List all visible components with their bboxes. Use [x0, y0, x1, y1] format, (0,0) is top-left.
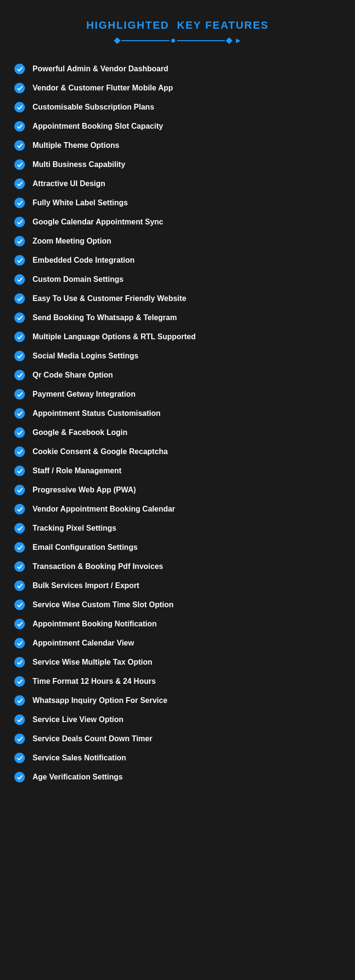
check-icon — [14, 466, 25, 476]
check-icon — [14, 64, 25, 74]
check-icon — [14, 580, 25, 591]
diamond-left-icon — [114, 37, 121, 44]
feature-label: Appointment Status Customisation — [33, 409, 161, 418]
check-icon — [14, 312, 25, 323]
list-item: Vendor Appointment Booking Calendar — [14, 500, 341, 519]
feature-label: Send Booking To Whatsapp & Telegram — [33, 313, 177, 322]
feature-label: Staff / Role Management — [33, 467, 122, 475]
feature-label: Google Calendar Appointment Sync — [33, 218, 163, 226]
check-icon — [14, 102, 25, 112]
feature-label: Bulk Services Import / Export — [33, 581, 139, 590]
feature-label: Service Deals Count Down Timer — [33, 735, 152, 743]
feature-label: Tracking Pixel Settings — [33, 524, 116, 533]
list-item: Service Deals Count Down Timer — [14, 729, 341, 748]
list-item: Multi Business Capability — [14, 155, 341, 174]
list-item: Service Sales Notification — [14, 748, 341, 768]
features-list: Powerful Admin & Vendor Dashboard Vendor… — [14, 59, 341, 787]
list-item: Qr Code Share Option — [14, 366, 341, 385]
list-item: Multiple Theme Options — [14, 136, 341, 155]
check-icon — [14, 446, 25, 457]
feature-label: Multiple Language Options & RTL Supporte… — [33, 333, 196, 341]
feature-label: Time Format 12 Hours & 24 Hours — [33, 677, 156, 686]
check-icon — [14, 178, 25, 189]
divider-line-left — [122, 40, 169, 41]
check-icon — [14, 734, 25, 744]
check-icon — [14, 389, 25, 400]
check-icon — [14, 255, 25, 266]
list-item: Appointment Booking Notification — [14, 614, 341, 634]
list-item: Bulk Services Import / Export — [14, 576, 341, 595]
feature-label: Powerful Admin & Vendor Dashboard — [33, 65, 168, 73]
list-item: Time Format 12 Hours & 24 Hours — [14, 672, 341, 691]
feature-label: Embedded Code Integration — [33, 256, 134, 265]
list-item: Powerful Admin & Vendor Dashboard — [14, 59, 341, 78]
list-item: Service Live View Option — [14, 710, 341, 729]
list-item: Google & Facebook Login — [14, 423, 341, 442]
list-item: Staff / Role Management — [14, 461, 341, 480]
feature-label: Appointment Booking Notification — [33, 620, 157, 628]
check-icon — [14, 408, 25, 419]
check-icon — [14, 83, 25, 93]
header-divider: ► — [14, 36, 341, 45]
check-icon — [14, 753, 25, 763]
check-icon — [14, 676, 25, 687]
check-icon — [14, 504, 25, 514]
feature-label: Whatsapp Inquiry Option For Service — [33, 696, 167, 705]
list-item: Appointment Status Customisation — [14, 404, 341, 423]
check-icon — [14, 561, 25, 572]
check-icon — [14, 140, 25, 151]
list-item: Send Booking To Whatsapp & Telegram — [14, 308, 341, 327]
list-item: Zoom Meeting Option — [14, 232, 341, 251]
list-item: Cookie Consent & Google Recaptcha — [14, 442, 341, 461]
check-icon — [14, 159, 25, 170]
arrow-right-icon: ► — [234, 36, 242, 45]
check-icon — [14, 714, 25, 725]
list-item: Customisable Subscription Plans — [14, 98, 341, 117]
list-item: Appointment Calendar View — [14, 634, 341, 653]
feature-label: Service Wise Multiple Tax Option — [33, 658, 152, 667]
check-icon — [14, 121, 25, 132]
check-icon — [14, 600, 25, 610]
feature-label: Service Live View Option — [33, 715, 123, 724]
check-icon — [14, 217, 25, 227]
check-icon — [14, 274, 25, 285]
title-blue: KEY FEATURES — [177, 19, 269, 31]
feature-label: Appointment Booking Slot Capacity — [33, 122, 163, 131]
list-item: Multiple Language Options & RTL Supporte… — [14, 327, 341, 346]
feature-label: Age Verification Settings — [33, 773, 122, 781]
check-icon — [14, 485, 25, 495]
check-icon — [14, 351, 25, 361]
feature-label: Email Configuration Settings — [33, 543, 138, 552]
circle-center-icon — [171, 39, 175, 43]
list-item: Service Wise Multiple Tax Option — [14, 653, 341, 672]
list-item: Whatsapp Inquiry Option For Service — [14, 691, 341, 710]
list-item: Age Verification Settings — [14, 768, 341, 787]
feature-label: Google & Facebook Login — [33, 428, 127, 437]
check-icon — [14, 236, 25, 246]
list-item: Fully White Label Settings — [14, 193, 341, 212]
feature-label: Cookie Consent & Google Recaptcha — [33, 447, 168, 456]
feature-label: Progressive Web App (PWA) — [33, 486, 136, 494]
page-header: HIGHLIGHTED KEY FEATURES ► — [14, 19, 341, 45]
feature-label: Zoom Meeting Option — [33, 237, 111, 245]
feature-label: Social Media Logins Settings — [33, 352, 138, 360]
list-item: Progressive Web App (PWA) — [14, 480, 341, 500]
check-icon — [14, 657, 25, 668]
feature-label: Appointment Calendar View — [33, 639, 134, 647]
check-icon — [14, 332, 25, 342]
list-item: Social Media Logins Settings — [14, 346, 341, 366]
check-icon — [14, 772, 25, 782]
check-icon — [14, 427, 25, 438]
check-icon — [14, 542, 25, 553]
list-item: Transaction & Booking Pdf Invoices — [14, 557, 341, 576]
feature-label: Transaction & Booking Pdf Invoices — [33, 562, 163, 571]
check-icon — [14, 695, 25, 706]
divider-line-right — [177, 40, 225, 41]
feature-label: Customisable Subscription Plans — [33, 103, 154, 111]
list-item: Custom Domain Settings — [14, 270, 341, 289]
page-title: HIGHLIGHTED KEY FEATURES — [14, 19, 341, 32]
title-white: HIGHLIGHTED — [86, 19, 169, 31]
feature-label: Service Sales Notification — [33, 754, 126, 762]
list-item: Email Configuration Settings — [14, 538, 341, 557]
check-icon — [14, 293, 25, 304]
